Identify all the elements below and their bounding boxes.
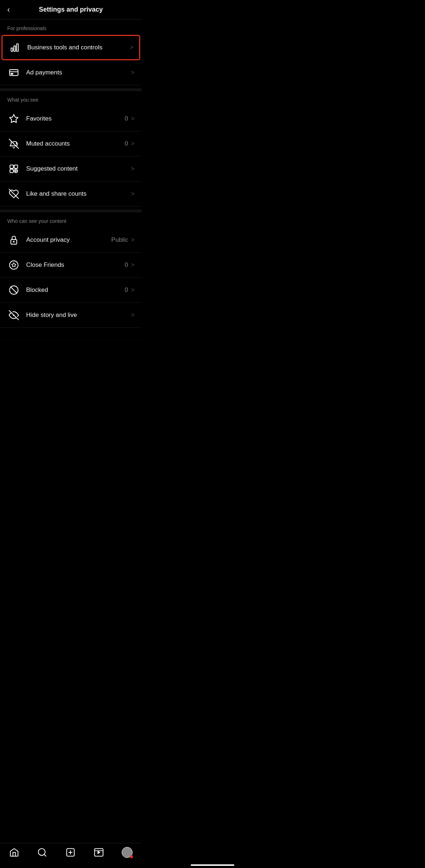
menu-item-ad-payments[interactable]: Ad payments > [0, 60, 142, 85]
menu-item-muted-accounts[interactable]: Muted accounts 0 > [0, 131, 142, 156]
heart-off-icon [7, 187, 20, 200]
close-friends-value: 0 [125, 261, 128, 269]
menu-item-like-share-counts[interactable]: Like and share counts > [0, 182, 142, 207]
star-circle-icon [7, 258, 20, 272]
chevron-right-icon: > [131, 166, 134, 172]
chevron-right-icon: > [131, 140, 134, 147]
suggested-content-icon [7, 162, 20, 175]
menu-item-close-friends[interactable]: Close Friends 0 > [0, 253, 142, 278]
menu-item-business-tools[interactable]: Business tools and controls > [1, 35, 140, 60]
section-label-what-you-see: What you see [0, 97, 142, 106]
page-title: Settings and privacy [39, 6, 103, 13]
favorites-label: Favorites [26, 115, 125, 122]
menu-item-account-privacy[interactable]: Account privacy Public > [0, 228, 142, 253]
chevron-right-icon: > [131, 287, 134, 293]
svg-rect-4 [9, 70, 18, 76]
svg-rect-10 [14, 165, 17, 168]
header: ‹ Settings and privacy [0, 0, 142, 20]
blocked-label: Blocked [26, 286, 125, 294]
menu-item-suggested-content[interactable]: Suggested content > [0, 156, 142, 182]
hide-story-live-label: Hide story and live [26, 311, 131, 319]
svg-rect-11 [10, 169, 13, 172]
svg-marker-13 [16, 170, 17, 172]
lock-icon [7, 233, 20, 246]
block-icon [7, 284, 20, 297]
chevron-right-icon: > [131, 262, 134, 268]
svg-rect-9 [10, 165, 13, 168]
menu-item-hide-story-live[interactable]: Hide story and live > [0, 303, 142, 328]
content-area: For professionals Business tools and con… [0, 20, 142, 372]
section-professionals: For professionals Business tools and con… [0, 20, 142, 85]
chevron-right-icon: > [131, 312, 134, 318]
muted-accounts-value: 0 [125, 140, 128, 147]
close-friends-label: Close Friends [26, 261, 125, 269]
back-button[interactable]: ‹ [7, 5, 10, 15]
blocked-value: 0 [125, 286, 128, 294]
section-label-professionals: For professionals [0, 25, 142, 35]
svg-rect-1 [14, 46, 16, 51]
chevron-right-icon: > [131, 191, 134, 197]
svg-rect-6 [11, 73, 13, 74]
menu-item-blocked[interactable]: Blocked 0 > [0, 278, 142, 303]
suggested-content-label: Suggested content [26, 165, 131, 172]
bell-off-icon [7, 137, 20, 150]
chevron-right-icon: > [131, 237, 134, 243]
section-who-can-see: Who can see your content Account privacy… [0, 212, 142, 340]
divider-1 [0, 88, 142, 91]
business-tools-label: Business tools and controls [27, 44, 130, 51]
account-privacy-label: Account privacy [26, 236, 111, 244]
ad-payments-label: Ad payments [26, 69, 131, 76]
like-share-counts-label: Like and share counts [26, 190, 131, 197]
svg-line-20 [11, 287, 17, 293]
chevron-right-icon: > [130, 44, 133, 51]
divider-2 [0, 209, 142, 212]
chart-bar-icon [8, 41, 21, 54]
menu-item-partial [0, 328, 142, 340]
svg-point-17 [9, 261, 18, 269]
svg-rect-0 [11, 48, 13, 51]
menu-item-favorites[interactable]: Favorites 0 > [0, 106, 142, 131]
section-label-who-can-see: Who can see your content [0, 218, 142, 228]
svg-marker-18 [12, 263, 16, 267]
account-privacy-value: Public [111, 236, 128, 244]
chevron-right-icon: > [131, 69, 134, 76]
credit-card-icon [7, 66, 20, 79]
svg-rect-2 [17, 44, 19, 52]
star-icon [7, 112, 20, 125]
section-what-you-see: What you see Favorites 0 > [0, 91, 142, 207]
svg-marker-7 [9, 114, 18, 122]
favorites-value: 0 [125, 115, 128, 122]
svg-point-16 [13, 241, 14, 242]
chevron-right-icon: > [131, 115, 134, 122]
muted-accounts-label: Muted accounts [26, 140, 125, 147]
eye-off-icon [7, 309, 20, 322]
